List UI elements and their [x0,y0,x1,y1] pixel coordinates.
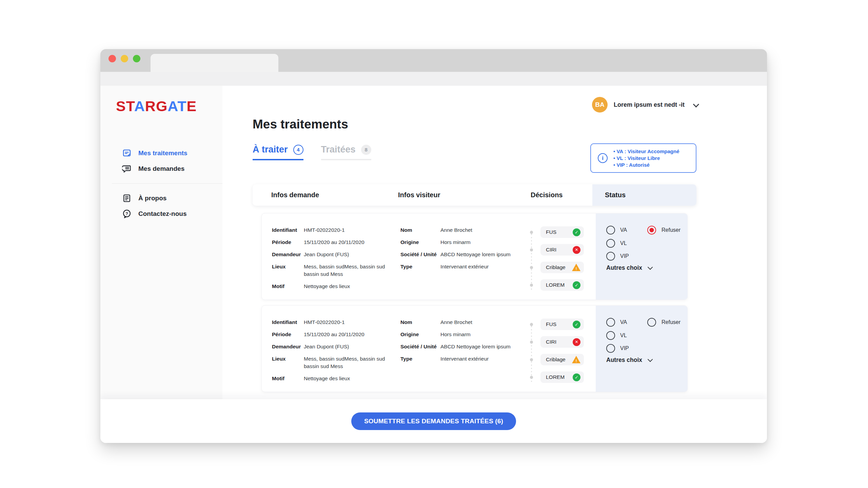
sidebar-item-label: Mes demandes [138,165,184,172]
status-warning-icon: ! [572,264,580,271]
decision-chip: CIRI ✕ [540,244,584,256]
sidebar-item-contactez-nous[interactable]: ? Contactez-nous [100,206,222,222]
autres-choix-button[interactable]: Autres choix [606,264,651,271]
sidebar-item-label: À propos [138,195,166,202]
tab-traitees[interactable]: Traitées 8 [321,144,371,160]
radio-label[interactable]: Refuser [662,227,680,233]
field-label: Type [400,355,440,363]
logo-letter: A [134,98,145,114]
radio-refuser[interactable]: Refuser [647,226,680,235]
footer-bar: SOUMETTRE LES DEMANDES TRAITÉES (6) [100,399,767,443]
field-label: Origine [400,331,440,338]
field-value: Jean Dupont (FUS) [304,343,388,350]
status-section: VA VL VIP Refuser Autres [596,306,688,392]
field-label: Lieux [272,263,304,278]
radio-circle-icon[interactable] [606,226,615,235]
field-label: Période [272,239,304,246]
status-rejected-icon: ✕ [573,246,580,254]
radio-vl[interactable]: VL [606,239,627,248]
radio-circle-icon[interactable] [606,318,615,327]
tab-a-traiter[interactable]: À traiter 4 [253,144,303,160]
radio-label[interactable]: Refuser [662,319,680,325]
radio-label[interactable]: VL [620,332,627,339]
field-label: Demandeur [272,343,304,350]
browser-tab[interactable] [151,54,278,72]
field-label: Type [400,263,440,270]
user-name: Lorem ipsum est nedt -it [614,101,685,108]
field-value: Anne Brochet [440,226,535,234]
decision-chip: FUS ✓ [540,226,584,238]
radio-circle-icon[interactable] [606,344,615,353]
radio-label[interactable]: VL [620,240,627,246]
field-label: Motif [272,283,304,290]
tabs: À traiter 4 Traitées 8 [253,144,371,160]
info-icon: i [598,153,608,163]
timeline-dot-icon [530,376,533,379]
radio-circle-icon[interactable] [647,318,656,327]
field-value: HMT-02022020-1 [304,226,388,234]
decision-chip: LOREM ✓ [540,279,584,291]
help-icon: ? [122,209,132,219]
chevron-down-icon[interactable] [693,101,699,107]
field-label: Société / Unité [400,343,440,350]
field-value: Mess, bassin sudMess, bassin sud bassin … [304,263,388,278]
radio-va[interactable]: VA [606,318,627,327]
radio-circle-icon[interactable] [606,331,615,340]
radio-circle-icon[interactable] [606,252,615,261]
timeline-dot-icon [530,248,533,251]
user-menu[interactable]: BA Lorem ipsum est nedt -it [592,96,698,114]
decisions-timeline [530,322,533,382]
memo-icon [122,148,132,158]
sidebar-item-a-propos[interactable]: À propos [100,190,222,206]
field-value: Anne Brochet [440,319,535,326]
decision-chip: Criblage ! [540,262,584,273]
maximize-window-button[interactable] [133,55,140,62]
sidebar-item-mes-traitements[interactable]: Mes traitements [100,145,222,161]
decision-label: CIRI [546,339,573,345]
tab-label: À traiter [253,144,288,155]
field-value: Hors minarm [440,239,535,246]
radio-refuser[interactable]: Refuser [647,318,680,327]
status-warning-icon: ! [572,356,580,363]
infos-demande-column: IdentifiantHMT-02022020-1 Période15/11/2… [272,319,388,387]
radio-vip[interactable]: VIP [606,252,629,261]
radio-label[interactable]: VIP [620,253,629,259]
page-title: Mes traitements [253,117,348,131]
status-section: VA VL VIP Refuser Autres [596,214,688,300]
radio-vl[interactable]: VL [606,331,627,340]
field-value: Nettoyage des lieux [304,375,388,382]
chat-lines-icon [122,164,132,174]
sidebar-divider [112,183,222,184]
field-value: HMT-02022020-1 [304,319,388,326]
radio-label[interactable]: VA [620,319,627,325]
field-value: Jean Dupont (FUS) [304,251,388,258]
radio-label[interactable]: VIP [620,345,629,351]
tab-label: Traitées [321,144,356,155]
radio-va[interactable]: VA [606,226,627,235]
chevron-down-icon [648,265,653,270]
radio-vip[interactable]: VIP [606,344,629,353]
autres-choix-button[interactable]: Autres choix [606,357,651,364]
chevron-down-icon [648,357,653,362]
radio-label[interactable]: VA [620,227,627,233]
submit-button[interactable]: SOUMETTRE LES DEMANDES TRAITÉES (6) [351,412,516,430]
decision-label: FUS [546,321,573,327]
radio-circle-icon[interactable] [606,239,615,248]
stargate-logo: STARGATE [116,98,197,115]
decision-label: Criblage [546,357,572,363]
field-value: ABCD Nettoyage lorem ipsum [440,343,535,350]
app-body: STARGATE Mes traitements [100,86,767,399]
field-value: Intervenant extérieur [440,263,535,270]
sidebar-item-mes-demandes[interactable]: Mes demandes [100,161,222,177]
field-value: Mess, bassin sudMess, bassin sud bassin … [304,355,388,370]
window-controls [108,55,140,62]
close-window-button[interactable] [108,55,116,62]
radio-selected-icon[interactable] [647,226,656,235]
sidebar-item-label: Contactez-nous [138,210,187,218]
field-label: Identifiant [272,226,304,234]
decision-label: FUS [546,229,573,235]
minimize-window-button[interactable] [121,55,128,62]
autres-choix-label: Autres choix [606,264,642,271]
autres-choix-label: Autres choix [606,357,642,364]
field-label: Lieux [272,355,304,370]
